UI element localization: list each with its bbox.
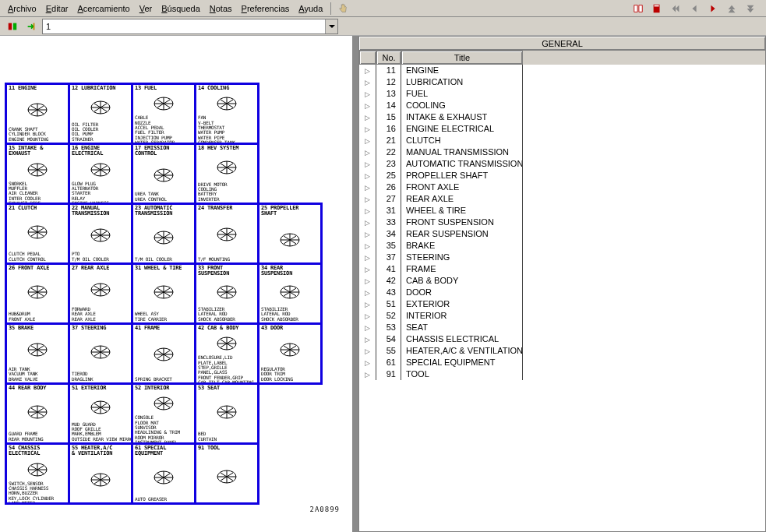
catalog-cell[interactable]: 34 REAR SUSPENSIONSTABILIZER LATERAL ROD… <box>257 262 323 325</box>
list-row[interactable]: ▷33FRONT SUSPENSION <box>359 217 765 228</box>
menu-ayuda[interactable]: Ayuda <box>294 3 327 14</box>
expand-icon[interactable]: ▷ <box>359 345 376 357</box>
col-no[interactable]: No. <box>376 51 401 65</box>
nav-first-icon[interactable] <box>668 1 683 16</box>
catalog-cell[interactable]: 22 MANUAL TRANSMISSIONPTO T/M OIL COOLER <box>68 203 133 265</box>
list-row[interactable]: ▷16ENGINE ELECTRICAL <box>359 123 765 135</box>
list-row[interactable]: ▷91TOOL <box>359 368 765 380</box>
expand-icon[interactable]: ▷ <box>359 158 376 170</box>
address-input[interactable] <box>43 22 325 31</box>
list-row[interactable]: ▷41FRAME <box>359 263 765 275</box>
expand-icon[interactable]: ▷ <box>359 205 376 217</box>
list-row[interactable]: ▷53SEAT <box>359 322 765 333</box>
catalog-cell[interactable]: 44 REAR BODYGUARD FRAME REAR MOUNTING <box>5 382 70 445</box>
expand-icon[interactable]: ▷ <box>359 135 376 146</box>
book-open-icon[interactable] <box>630 1 646 16</box>
expand-icon[interactable]: ▷ <box>359 252 376 263</box>
expand-icon[interactable]: ▷ <box>359 333 376 345</box>
catalog-cell[interactable]: 53 SEATBED CURTAIN <box>194 382 259 445</box>
list-row[interactable]: ▷11ENGINE <box>359 65 765 76</box>
catalog-cell[interactable]: 23 AUTOMATIC TRANSMISSIONT/M OIL COOLER <box>131 203 196 265</box>
expand-icon[interactable]: ▷ <box>359 228 376 240</box>
catalog-cell[interactable]: 26 FRONT AXLEHUB&DRUM FRONT AXLE <box>5 262 70 325</box>
list-row[interactable]: ▷25PROPELLER SHAFT <box>359 170 765 181</box>
menu-notas[interactable]: Notas <box>205 3 237 14</box>
expand-icon[interactable]: ▷ <box>359 368 376 380</box>
list-row[interactable]: ▷35BRAKE <box>359 240 765 252</box>
menu-busqueda[interactable]: Búsqueda <box>157 3 205 14</box>
book-closed-icon[interactable] <box>649 1 665 16</box>
list-row[interactable]: ▷26FRONT AXLE <box>359 181 765 193</box>
expand-icon[interactable]: ▷ <box>359 193 376 205</box>
expand-icon[interactable]: ▷ <box>359 111 376 123</box>
catalog-cell[interactable]: 52 INTERIORCONSOLE FLOOR MAT SUNVISOR HE… <box>131 382 196 445</box>
expand-icon[interactable]: ▷ <box>359 170 376 181</box>
list-row[interactable]: ▷52INTERIOR <box>359 310 765 322</box>
expand-icon[interactable]: ▷ <box>359 240 376 252</box>
list-row[interactable]: ▷34REAR SUSPENSION <box>359 228 765 240</box>
catalog-cell[interactable]: 16 ENGINE ELECTRICALGLOW PLUG ALTERNATOR… <box>68 143 133 205</box>
expand-icon[interactable]: ▷ <box>359 100 376 111</box>
catalog-cell[interactable]: 14 COOLINGFAN V-BELT THERMOSTAT WATER PU… <box>194 83 259 145</box>
goto-icon[interactable] <box>23 19 39 34</box>
list-row[interactable]: ▷13FUEL <box>359 88 765 100</box>
expand-icon[interactable]: ▷ <box>359 123 376 135</box>
list-row[interactable]: ▷42CAB & BODY <box>359 275 765 287</box>
catalog-cell[interactable]: 17 EMISSION CONTROLUREA TANK UREA CONTRO… <box>131 143 196 205</box>
menu-acercamiento[interactable]: Acercamiento <box>72 3 134 14</box>
catalog-cell[interactable]: 12 LUBRICATIONOIL FILTER OIL COOLER OIL … <box>68 83 133 145</box>
menu-preferencias[interactable]: Preferencias <box>237 3 295 14</box>
expand-icon[interactable]: ▷ <box>359 65 376 76</box>
catalog-cell[interactable]: 11 ENGINECRANK SHAFT CYLINDER BLOCK ENGI… <box>5 83 70 145</box>
expand-icon[interactable]: ▷ <box>359 181 376 193</box>
book-pages-icon[interactable] <box>5 19 20 34</box>
catalog-cell[interactable]: 42 CAB & BODYENCLOSURE,LID PLATE,LABEL S… <box>194 322 259 385</box>
expand-icon[interactable]: ▷ <box>359 357 376 368</box>
catalog-cell[interactable]: 25 PROPELLER SHAFT <box>257 203 323 265</box>
expand-icon[interactable]: ▷ <box>359 88 376 100</box>
catalog-cell[interactable]: 27 REAR AXLEFORWARD REAR AXLE REAR AXLE <box>68 262 133 325</box>
catalog-cell[interactable]: 55 HEATER,A/C & VENTILATION <box>68 442 133 505</box>
catalog-cell[interactable]: 91 TOOL <box>194 442 259 505</box>
list-row[interactable]: ▷37STEERING <box>359 252 765 263</box>
expand-icon[interactable]: ▷ <box>359 322 376 333</box>
list-row[interactable]: ▷27REAR AXLE <box>359 193 765 205</box>
expand-icon[interactable]: ▷ <box>359 275 376 287</box>
col-expand[interactable] <box>359 51 376 65</box>
catalog-cell[interactable]: 61 SPECIAL EQUIPMENTAUTO GREASER <box>131 442 196 505</box>
list-row[interactable]: ▷31WHEEL & TIRE <box>359 205 765 217</box>
list-row[interactable]: ▷55HEATER,A/C & VENTILATION <box>359 345 765 357</box>
catalog-cell[interactable]: 35 BRAKEAIR TANK VACUUM TANK BRAKE VALVE <box>5 322 70 385</box>
catalog-pane[interactable]: 11 ENGINECRANK SHAFT CYLINDER BLOCK ENGI… <box>0 36 352 532</box>
list-row[interactable]: ▷43DOOR <box>359 287 765 298</box>
list-row[interactable]: ▷54CHASSIS ELECTRICAL <box>359 333 765 345</box>
catalog-cell[interactable]: 24 TRANSFERT/F MOUNTING <box>194 203 259 265</box>
catalog-cell[interactable]: 13 FUELCABLE NOZZLE ACCEL PEDAL FUEL FIL… <box>131 83 196 145</box>
list-row[interactable]: ▷12LUBRICATION <box>359 76 765 88</box>
catalog-cell[interactable]: 51 EXTERIORMUD GUARD ROOF GRILLE MARK,EM… <box>68 382 133 445</box>
list-row[interactable]: ▷14COOLING <box>359 100 765 111</box>
list-row[interactable]: ▷51EXTERIOR <box>359 298 765 310</box>
catalog-cell[interactable]: 41 FRAMESPRING BRACKET <box>131 322 196 385</box>
nav-down-icon[interactable] <box>743 1 758 16</box>
list-row[interactable]: ▷23AUTOMATIC TRANSMISSION <box>359 158 765 170</box>
menu-editar[interactable]: Editar <box>41 3 73 14</box>
catalog-cell[interactable]: 37 STEERINGTIEROD DRAGLINK <box>68 322 133 385</box>
expand-icon[interactable]: ▷ <box>359 287 376 298</box>
catalog-cell[interactable]: 18 HEV SYSTEMDRIVE MOTOR COOLING BATTERY… <box>194 143 259 205</box>
list-row[interactable]: ▷61SPECIAL EQUIPMENT <box>359 357 765 368</box>
pane-divider[interactable] <box>352 36 358 532</box>
expand-icon[interactable]: ▷ <box>359 263 376 275</box>
address-dropdown-icon[interactable] <box>325 19 337 33</box>
catalog-cell[interactable]: 43 DOORREGULATOR DOOR TRIM DOOR LOCKING <box>257 322 323 385</box>
expand-icon[interactable]: ▷ <box>359 76 376 88</box>
catalog-cell[interactable]: 31 WHEEL & TIREWHEEL ASY TIRE CARRIER <box>131 262 196 325</box>
menu-archivo[interactable]: Archivo <box>3 3 41 14</box>
col-title[interactable]: Title <box>401 51 523 65</box>
list-row[interactable]: ▷22MANUAL TRANSMISSION <box>359 146 765 158</box>
expand-icon[interactable]: ▷ <box>359 146 376 158</box>
list-row[interactable]: ▷21CLUTCH <box>359 135 765 146</box>
expand-icon[interactable]: ▷ <box>359 310 376 322</box>
nav-next-icon[interactable] <box>705 1 721 16</box>
catalog-cell[interactable]: 21 CLUTCHCLUTCH PEDAL CLUTCH CONTROL <box>5 203 70 265</box>
